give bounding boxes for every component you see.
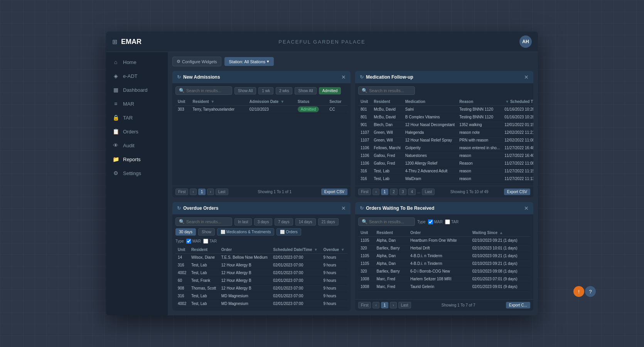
- med-page-1[interactable]: 1: [381, 189, 389, 195]
- type-label: Type: [175, 239, 184, 243]
- overdue-orders-search-input[interactable]: [186, 219, 229, 224]
- wait-page-prev[interactable]: ‹: [373, 302, 379, 308]
- page-prev[interactable]: ‹: [190, 189, 196, 195]
- medication-followup-search-input[interactable]: [369, 88, 411, 93]
- filter-show-all-1[interactable]: Show All: [234, 87, 256, 94]
- sidebar-label-audit: Audit: [123, 143, 135, 148]
- chevron-down-icon: ▾: [267, 59, 269, 64]
- table-row: 1105Alpha, DanHeartburn From One White02…: [358, 237, 530, 244]
- col-resident-overdue: Resident: [189, 246, 219, 254]
- facility-name: PEACEFUL GARDEN PALACE: [278, 39, 365, 45]
- configure-widgets-button[interactable]: ⚙ Configure Widgets: [172, 57, 221, 66]
- page-next[interactable]: ›: [207, 189, 214, 195]
- filter-show-all-2[interactable]: Show All: [295, 87, 316, 94]
- content-toolbar: ⚙ Configure Widgets Station: All Station…: [172, 57, 533, 66]
- widget-new-admissions-close[interactable]: ✕: [341, 74, 346, 80]
- filter-orders[interactable]: ⬜ Orders: [276, 228, 301, 236]
- app-window: ⊞ EMAR PEACEFUL GARDEN PALACE AH ⌂ Home …: [106, 32, 538, 315]
- filter-30days[interactable]: 30 days: [175, 228, 196, 236]
- new-admissions-export[interactable]: Export CSV: [321, 189, 347, 195]
- widget-new-admissions: ↻ New Admissions ✕ 🔍 Show All 1 wk: [172, 71, 351, 197]
- table-row: 1107Green, WillHalegendareason note12/02…: [358, 129, 533, 136]
- page-first[interactable]: First: [175, 189, 188, 195]
- med-page-last[interactable]: Last: [422, 189, 435, 195]
- filter-show[interactable]: Show: [198, 228, 215, 236]
- wait-page-first[interactable]: First: [358, 302, 371, 308]
- page-1[interactable]: 1: [198, 189, 206, 195]
- filter-2wks[interactable]: 2 wks: [276, 87, 293, 94]
- widget-overdue-orders-close[interactable]: ✕: [341, 205, 346, 211]
- sidebar-label-orders: Orders: [123, 129, 138, 135]
- table-row: 901Blech, Dan12 Hour Nasal Decongestant1…: [358, 121, 533, 129]
- sidebar-item-settings[interactable]: ⚙ Settings: [106, 166, 168, 180]
- sidebar-item-dashboard[interactable]: ▦ Dashboard: [106, 83, 168, 97]
- widget-orders-waiting-body: 🔍 Type MAR TAR Unit Resident: [355, 214, 533, 299]
- med-page-2[interactable]: 2: [390, 189, 398, 195]
- sidebar-item-reports[interactable]: 📁 Reports: [106, 152, 168, 166]
- notification-button[interactable]: !: [573, 286, 584, 297]
- filter-mar-checkbox[interactable]: MAR: [186, 239, 201, 244]
- page-last[interactable]: Last: [216, 189, 228, 195]
- refresh-icon-3[interactable]: ↻: [177, 206, 181, 211]
- filter-admitted[interactable]: Admitted: [319, 87, 341, 94]
- med-page-prev[interactable]: ‹: [373, 189, 379, 195]
- refresh-icon[interactable]: ↻: [177, 74, 181, 80]
- sidebar-item-eadt[interactable]: ◈ e-ADT: [106, 69, 168, 83]
- col-order: Order: [219, 246, 271, 254]
- med-export[interactable]: Export CSV: [504, 189, 530, 195]
- search-icon-3: 🔍: [179, 219, 185, 224]
- new-admissions-search-input[interactable]: [186, 88, 229, 93]
- sidebar-item-mar[interactable]: ≡ MAR: [106, 97, 168, 111]
- widget-medication-followup-title: ↻ Medication Follow-up: [360, 74, 413, 80]
- medication-followup-search[interactable]: 🔍: [358, 86, 415, 95]
- orders-wait-export[interactable]: Export C...: [506, 302, 530, 308]
- filter-21days[interactable]: 21 days: [318, 218, 339, 226]
- sidebar-item-home[interactable]: ⌂ Home: [106, 55, 168, 69]
- table-row: 4002Test, LabMD Magnesium02/01/2023 07:0…: [175, 300, 347, 308]
- new-admissions-controls: 🔍 Show All 1 wk 2 wks Show All Admitted: [175, 86, 347, 95]
- help-button[interactable]: ?: [585, 286, 596, 297]
- filter-1wk[interactable]: 1 wk: [258, 87, 273, 94]
- med-page-first[interactable]: First: [358, 189, 371, 195]
- table-row: 1105Alpha, Dan4-B.D.i. n Tiniderm02/10/2…: [358, 252, 530, 260]
- sidebar-item-orders[interactable]: 📋 Orders: [106, 125, 168, 138]
- widget-medication-followup-close[interactable]: ✕: [524, 74, 529, 80]
- filter-medications-treatments[interactable]: ⬜ Medications & Treatments: [217, 228, 274, 236]
- sidebar-label-reports: Reports: [123, 157, 141, 162]
- wait-page-1[interactable]: 1: [381, 302, 389, 308]
- widget-new-admissions-header: ↻ New Admissions ✕: [172, 71, 351, 83]
- user-avatar[interactable]: AH: [519, 35, 532, 48]
- filter-7days[interactable]: 7 days: [275, 218, 293, 226]
- filter-3days[interactable]: 3 days: [254, 218, 272, 226]
- table-row: 1106Gallou, FredNatuestonesreason11/27/2…: [358, 152, 533, 160]
- table-row: 60Test, Frank12 Hour Allergy B02/01/2023…: [175, 277, 347, 285]
- sidebar-item-tar[interactable]: 🔒 TAR: [106, 111, 168, 125]
- new-admissions-search[interactable]: 🔍: [175, 86, 232, 95]
- search-icon-2: 🔍: [362, 88, 368, 93]
- filter-tar-2-checkbox[interactable]: TAR: [445, 219, 459, 224]
- widget-medication-followup-header: ↻ Medication Follow-up ✕: [355, 71, 533, 83]
- app-header: ⊞ EMAR PEACEFUL GARDEN PALACE AH: [106, 32, 538, 52]
- refresh-icon-2[interactable]: ↻: [360, 74, 364, 80]
- home-icon: ⌂: [112, 59, 119, 65]
- filter-14days[interactable]: 14 days: [295, 218, 316, 226]
- settings-icon: ⚙: [112, 170, 119, 176]
- wait-page-next[interactable]: ›: [390, 302, 396, 308]
- table-row: 1105Alpha, Dan4-B.D.i. n Tiniderm02/10/2…: [358, 260, 530, 268]
- orders-waiting-search-input[interactable]: [369, 219, 411, 224]
- col-sector: Sector: [327, 98, 347, 106]
- station-selector[interactable]: Station: All Stations ▾: [224, 57, 274, 66]
- wait-page-last[interactable]: Last: [398, 302, 411, 308]
- orders-waiting-search[interactable]: 🔍: [358, 217, 415, 226]
- med-page-4[interactable]: 4: [408, 189, 416, 195]
- filter-tar-checkbox[interactable]: TAR: [203, 239, 217, 244]
- overdue-orders-search[interactable]: 🔍: [175, 217, 232, 226]
- filter-mar-2-checkbox[interactable]: MAR: [428, 219, 443, 224]
- widget-orders-waiting-close[interactable]: ✕: [524, 205, 529, 211]
- orders-icon: 📋: [112, 128, 119, 135]
- med-page-3[interactable]: 3: [399, 189, 407, 195]
- refresh-icon-4[interactable]: ↻: [360, 206, 364, 211]
- widget-overdue-orders: ↻ Overdue Orders ✕ 🔍 In last 3 day: [172, 202, 351, 311]
- filter-in-last[interactable]: In last: [234, 218, 252, 226]
- sidebar-item-audit[interactable]: 👁 Audit: [106, 138, 168, 152]
